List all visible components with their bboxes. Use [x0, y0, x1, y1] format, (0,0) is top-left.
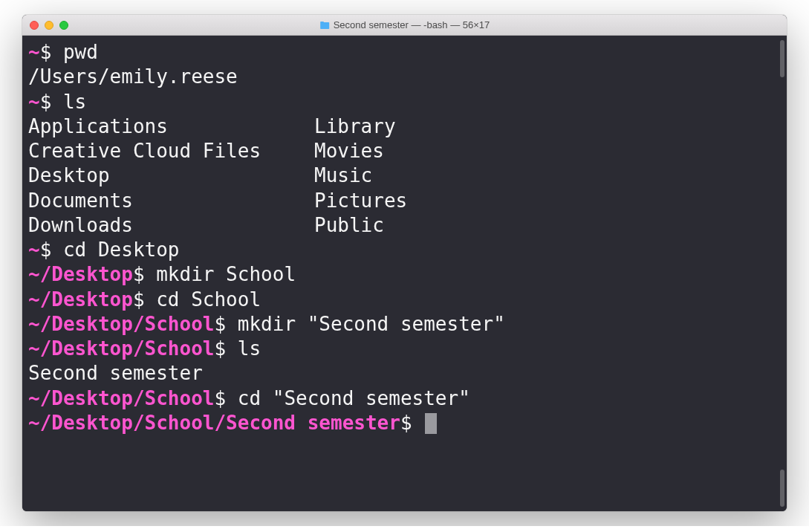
prompt-path: ~/Desktop/School	[28, 387, 214, 409]
prompt-path: ~/Desktop	[28, 288, 133, 311]
command-text: ls	[238, 337, 261, 360]
prompt-line-3: ~$ cd Desktop	[28, 238, 781, 262]
command-text: ls	[63, 91, 86, 113]
prompt-line-2: ~$ ls	[28, 90, 781, 114]
titlebar[interactable]: Second semester — -bash — 56×17	[22, 15, 787, 36]
prompt-dollar: $	[40, 41, 52, 63]
prompt-path: ~/Desktop	[28, 263, 133, 285]
prompt-line-1: ~$ pwd	[28, 40, 781, 65]
minimize-button[interactable]	[45, 21, 53, 30]
cursor	[425, 413, 437, 434]
prompt-path: ~	[28, 41, 40, 63]
ls-item: Desktop	[28, 163, 314, 188]
command-text: pwd	[63, 41, 98, 63]
ls-item: Documents	[28, 189, 314, 213]
prompt-dollar: $	[214, 337, 226, 360]
prompt-line-8: ~/Desktop/School$ cd "Second semester"	[28, 386, 781, 411]
prompt-dollar: $	[400, 412, 412, 434]
terminal-body[interactable]: ~$ pwd /Users/emily.reese ~$ ls Applicat…	[22, 36, 787, 511]
ls-item: Creative Cloud Files	[28, 139, 314, 163]
ls-item: Pictures	[314, 189, 407, 213]
command-text: mkdir School	[156, 263, 296, 285]
prompt-line-5: ~/Desktop$ cd School	[28, 288, 781, 312]
prompt-path: ~/Desktop/School	[28, 313, 214, 335]
prompt-line-4: ~/Desktop$ mkdir School	[28, 262, 781, 287]
prompt-dollar: $	[133, 288, 145, 311]
prompt-path: ~	[28, 91, 40, 113]
ls-item: Music	[314, 163, 407, 188]
prompt-line-6: ~/Desktop/School$ mkdir "Second semester…	[28, 312, 781, 337]
command-text: mkdir "Second semester"	[238, 313, 505, 335]
output-ls: Applications Creative Cloud Files Deskto…	[28, 114, 781, 238]
output-pwd: /Users/emily.reese	[28, 65, 781, 89]
window-title: Second semester — -bash — 56×17	[334, 19, 490, 30]
ls-item: Public	[314, 213, 407, 238]
prompt-path: ~	[28, 239, 40, 261]
ls-item: Library	[314, 114, 407, 139]
scrollbar-thumb-bottom[interactable]	[780, 470, 784, 507]
prompt-dollar: $	[40, 239, 52, 261]
ls-column-left: Applications Creative Cloud Files Deskto…	[28, 114, 314, 238]
scrollbar-thumb-top[interactable]	[780, 40, 784, 77]
ls-item: Movies	[314, 139, 407, 163]
folder-icon	[319, 21, 330, 30]
close-button[interactable]	[30, 21, 39, 30]
prompt-dollar: $	[214, 387, 226, 409]
prompt-dollar: $	[40, 91, 52, 113]
traffic-lights	[22, 21, 68, 30]
command-text: cd School	[156, 288, 261, 311]
ls-item: Applications	[28, 114, 314, 139]
ls-column-right: Library Movies Music Pictures Public	[314, 114, 407, 238]
window-title-container: Second semester — -bash — 56×17	[319, 19, 490, 30]
maximize-button[interactable]	[59, 21, 68, 30]
prompt-line-current: ~/Desktop/School/Second semester$	[28, 411, 781, 435]
prompt-dollar: $	[133, 263, 145, 285]
prompt-dollar: $	[214, 313, 226, 335]
command-text: cd "Second semester"	[238, 387, 470, 409]
prompt-line-7: ~/Desktop/School$ ls	[28, 337, 781, 361]
ls-item: Downloads	[28, 213, 314, 238]
prompt-path: ~/Desktop/School	[28, 337, 214, 360]
scrollbar[interactable]	[780, 40, 784, 507]
command-text: cd Desktop	[63, 239, 180, 261]
terminal-window: Second semester — -bash — 56×17 ~$ pwd /…	[22, 15, 787, 511]
output-ls-second: Second semester	[28, 361, 781, 386]
prompt-path: ~/Desktop/School/Second semester	[28, 412, 400, 434]
